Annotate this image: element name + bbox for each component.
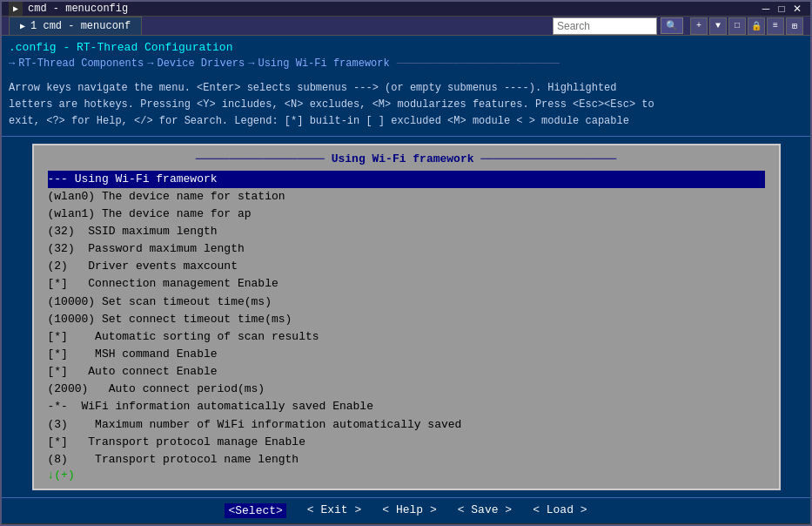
menu-item-13[interactable]: -*- WiFi information automatically saved… (48, 398, 765, 415)
menu-item-10[interactable]: [*] MSH command Enable (48, 346, 765, 363)
menu-item-7[interactable]: (10000) Set scan timeout time(ms) (48, 293, 765, 311)
menu-item-8[interactable]: (10000) Set connect timeout time(ms) (48, 311, 765, 328)
menu-item-6[interactable]: [*] Connection management Enable (48, 275, 765, 293)
window-title: cmd - menuconfig (28, 3, 760, 15)
menu-box: ─────────────────── Using Wi-Fi framewor… (32, 144, 781, 490)
save-button[interactable]: < Save > (458, 503, 512, 518)
menu-item-14[interactable]: (3) Maximum number of WiFi information a… (48, 416, 765, 434)
help-line-2: letters are hotkeys. Pressing <Y> includ… (9, 97, 803, 113)
menu-item-4[interactable]: (32) Password maximum length (48, 240, 765, 258)
help-line-3: exit, <?> for Help, </> for Search. Lege… (9, 113, 803, 130)
search-button[interactable]: 🔍 (661, 17, 683, 34)
menu-item-1[interactable]: (wlan0) The device name for station (48, 188, 765, 206)
window: ▶ cmd - menuconfig ─ □ ✕ ▶ 1 cmd - menuc… (0, 0, 812, 526)
breadcrumb: → RT-Thread Components → Device Drivers … (9, 56, 803, 71)
menu-item-15[interactable]: [*] Transport protocol manage Enable (48, 434, 765, 451)
breadcrumb-item-2: Device Drivers (157, 57, 245, 70)
dropdown-icon[interactable]: ▼ (709, 17, 727, 35)
breadcrumb-item-1: RT-Thread Components (18, 57, 144, 70)
menu-item-5[interactable]: (2) Driver events maxcount (48, 258, 765, 275)
search-area: 🔍 + ▼ □ 🔒 ≡ ⊞ (553, 17, 803, 35)
title-bar: ▶ cmd - menuconfig ─ □ ✕ (2, 2, 810, 17)
lock-icon[interactable]: 🔒 (748, 17, 765, 35)
maximize-button[interactable]: □ (775, 3, 788, 15)
tab-label: 1 cmd - menuconf (30, 20, 131, 32)
grid-icon[interactable]: ⊞ (786, 17, 803, 35)
breadcrumb-arrow-3: → (248, 57, 254, 70)
add-icon[interactable]: + (690, 17, 708, 35)
tab-item-1[interactable]: ▶ 1 cmd - menuconf (9, 17, 142, 35)
menu-icon[interactable]: ≡ (767, 17, 784, 35)
menu-item-12[interactable]: (2000) Auto connect period(ms) (48, 381, 765, 398)
breadcrumb-arrow-1: → (9, 57, 15, 70)
select-button[interactable]: <Select> (225, 503, 285, 518)
close-button[interactable]: ✕ (791, 3, 803, 15)
breadcrumb-arrow-2: → (147, 57, 153, 70)
breadcrumb-item-3: Using Wi-Fi framework (258, 57, 389, 70)
tab-icon: ▶ (20, 21, 25, 31)
menu-item-3[interactable]: (32) SSID maximum length (48, 223, 765, 240)
menu-more-indicator: ↓(+) (48, 469, 765, 482)
load-button[interactable]: < Load > (533, 503, 587, 518)
exit-button[interactable]: < Exit > (307, 503, 361, 518)
menu-container: ─────────────────── Using Wi-Fi framewor… (2, 137, 810, 497)
menu-item-16[interactable]: (8) Transport protocol name length (48, 451, 765, 469)
help-line-1: Arrow keys navigate the menu. <Enter> se… (9, 80, 803, 97)
main-area: .config - RT-Thread Configuration → RT-T… (2, 36, 810, 75)
menu-item-2[interactable]: (wlan1) The device name for ap (48, 206, 765, 223)
tab-bar: ▶ 1 cmd - menuconf 🔍 + ▼ □ 🔒 ≡ ⊞ (2, 17, 810, 36)
help-panel: Arrow keys navigate the menu. <Enter> se… (2, 75, 810, 137)
menu-item-11[interactable]: [*] Auto connect Enable (48, 363, 765, 381)
window-controls: ─ □ ✕ (760, 3, 803, 15)
menu-item-9[interactable]: [*] Automatic sorting of scan results (48, 328, 765, 346)
minimize-button[interactable]: ─ (760, 3, 772, 15)
config-title: .config - RT-Thread Configuration (9, 39, 803, 56)
search-input[interactable] (553, 17, 657, 35)
help-button[interactable]: < Help > (382, 503, 436, 518)
button-bar: <Select> < Exit > < Help > < Save > < Lo… (2, 497, 810, 523)
menu-item-0[interactable]: --- Using Wi-Fi framework (48, 171, 765, 188)
window-icon: ▶ (9, 2, 23, 16)
view-icon[interactable]: □ (728, 17, 746, 35)
toolbar-icons: + ▼ □ 🔒 ≡ ⊞ (690, 17, 803, 35)
menu-title: ─────────────────── Using Wi-Fi framewor… (48, 152, 765, 165)
